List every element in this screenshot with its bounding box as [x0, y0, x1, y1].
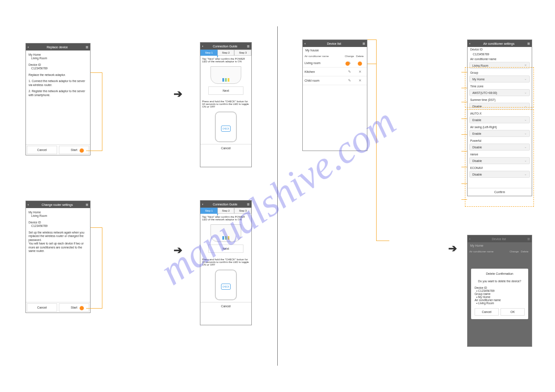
header: ‹ Connection Guide: [200, 43, 251, 50]
deviceid-label: Device ID: [29, 63, 87, 67]
leader-line: [367, 64, 376, 64]
highlight-delete-icon: [358, 61, 362, 66]
description: Set up the wireless network again when y…: [29, 231, 87, 253]
group-select[interactable]: My Home⌄: [469, 76, 530, 83]
deviceid-value: C123456789: [29, 224, 87, 228]
timezone-select[interactable]: AWST(UTC+08:00)⌄: [469, 89, 530, 96]
table-header: Air conditioner name Change Delete: [303, 54, 367, 59]
acname-label: Air conditioner name: [475, 298, 525, 302]
group-label: Group: [468, 70, 532, 75]
leader-line: [376, 241, 389, 241]
edit-icon[interactable]: ✎: [344, 79, 355, 83]
header: ‹ Air conditioner settings: [468, 40, 532, 47]
menu-icon[interactable]: [363, 41, 365, 46]
page-title: Connection Guide: [203, 45, 247, 48]
col-change: Change: [509, 250, 519, 253]
menu-icon[interactable]: [247, 44, 250, 49]
device-illustration: CHECK: [215, 111, 237, 142]
dst-select[interactable]: Disable⌄: [469, 103, 530, 110]
group-label: Group name: [475, 292, 525, 295]
chevron-down-icon: ⌄: [524, 159, 527, 162]
leader-line: [91, 227, 102, 228]
group-value: • My Home: [475, 295, 525, 298]
modal-title: Delete Confirmation: [475, 272, 525, 275]
check-button-illustration: CHECK: [221, 284, 231, 290]
iauto-select[interactable]: Enable⌄: [469, 116, 530, 123]
deviceid-value: • C123456789: [475, 289, 525, 292]
leader-line: [367, 40, 376, 40]
dst-label: Summer time (DST): [468, 97, 532, 102]
delete-icon[interactable]: ✕: [355, 70, 365, 74]
econavi-select[interactable]: Disable⌄: [469, 171, 530, 178]
chevron-down-icon: ⌄: [524, 91, 527, 94]
header: ‹ Connection Guide: [200, 201, 251, 208]
check-button-illustration: CHECK: [221, 126, 231, 132]
header: ‹ Change router settings: [26, 201, 90, 208]
econavi-label: ECONAVI: [468, 165, 532, 170]
cancel-button[interactable]: Cancel: [27, 146, 57, 154]
deviceid-value: C123456789: [29, 67, 87, 70]
col-change: Change: [344, 55, 355, 58]
step-tabs: Step 1 Step 2 Step 3: [200, 208, 251, 214]
swing-select[interactable]: Enable⌄: [469, 130, 530, 137]
cancel-button[interactable]: Cancel: [200, 144, 251, 152]
menu-icon[interactable]: [247, 202, 250, 207]
menu-icon[interactable]: [86, 202, 88, 207]
header: ‹ Device list: [468, 235, 532, 242]
step-tabs: Step 1 Step 2 Step 3: [200, 50, 251, 56]
tab-step3[interactable]: Step 3: [234, 208, 251, 214]
col-name: Air conditioner name: [469, 250, 509, 253]
start-button[interactable]: Start: [59, 303, 89, 312]
col-name: Air conditioner name: [305, 55, 344, 58]
leader-line: [86, 308, 102, 309]
col-delete: Delete: [355, 55, 365, 58]
row-name: Child room: [305, 79, 344, 82]
header: ‹ Replace device: [26, 43, 90, 50]
tab-step2[interactable]: Step 2: [218, 208, 235, 214]
highlight-start-icon: [80, 148, 84, 153]
menu-icon[interactable]: [86, 45, 88, 50]
screen-delete-confirm: ‹ Device list My Home Air conditioner na…: [467, 235, 532, 347]
start-button[interactable]: Start: [59, 146, 89, 154]
tab-step1[interactable]: Step 1: [200, 50, 218, 56]
col-delete: Delete: [519, 250, 530, 253]
cancel-button[interactable]: Cancel: [27, 303, 57, 312]
page-title: Device list: [470, 237, 527, 241]
next-button[interactable]: Next: [208, 245, 243, 253]
cancel-button[interactable]: Cancel: [475, 308, 499, 316]
delete-icon[interactable]: ✕: [355, 79, 365, 83]
delete-modal: Delete Confirmation Do you want to delet…: [471, 269, 528, 319]
deviceid-label: Device ID: [475, 286, 525, 289]
leader-line: [91, 72, 102, 73]
leader-line: [461, 151, 467, 151]
clear-icon[interactable]: ✕: [524, 64, 527, 67]
row-name: Kitchen: [305, 70, 344, 73]
leader-line: [376, 40, 377, 241]
powerful-select[interactable]: Disable⌄: [469, 144, 530, 151]
page-title: Air conditioner settings: [470, 42, 527, 45]
instruction-1: 1. Connect the network adaptor to the se…: [29, 79, 87, 87]
screen-replace-device: ‹ Replace device My Home Living Room Dev…: [25, 43, 91, 155]
leader-line: [461, 199, 467, 200]
arrow-right-icon: ➔: [174, 244, 182, 256]
timezone-label: Time zone: [468, 84, 532, 89]
tab-step2[interactable]: Step 2: [218, 50, 235, 56]
nanoe-select[interactable]: Disable⌄: [469, 157, 530, 164]
confirm-button[interactable]: Confirm: [468, 188, 532, 196]
tab-step3[interactable]: Step 3: [234, 50, 251, 56]
cancel-button[interactable]: Cancel: [200, 302, 251, 310]
edit-icon[interactable]: ✎: [344, 70, 355, 74]
acname-input[interactable]: Living Room✕: [469, 62, 530, 69]
leader-line: [461, 88, 467, 88]
tap-next-text: Tap "Next" after confirm the POWER LED o…: [200, 56, 251, 65]
leader-line: [461, 119, 467, 119]
tab-step1[interactable]: Step 1: [200, 208, 218, 214]
hold-check-text: Press and hold the "CHECK" button for 10…: [200, 256, 251, 268]
screen-device-list: ‹ Device list My house Air conditioner n…: [302, 40, 367, 151]
next-button[interactable]: Next: [208, 86, 243, 95]
table-row: Child room ✎ ✕: [303, 76, 367, 85]
body: My Home Living Room Device ID C123456789…: [26, 50, 90, 102]
iauto-label: iAUTO-X: [468, 111, 532, 116]
menu-icon[interactable]: [527, 41, 530, 46]
ok-button[interactable]: OK: [501, 308, 525, 316]
